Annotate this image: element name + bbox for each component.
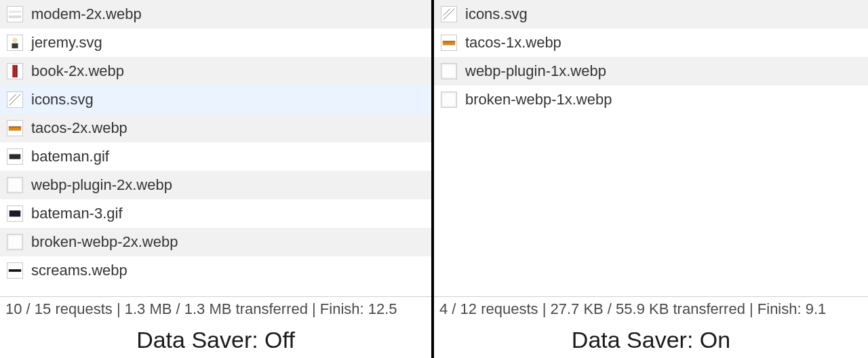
file-name: bateman.gif <box>31 148 109 165</box>
file-thumb-modem-icon <box>7 6 23 22</box>
file-row[interactable]: bateman.gif <box>0 142 431 171</box>
file-row[interactable]: bateman-3.gif <box>0 199 431 228</box>
svg-rect-10 <box>9 126 21 127</box>
svg-rect-15 <box>9 269 21 272</box>
file-thumb-blank-icon <box>441 63 457 79</box>
file-thumb-blank-icon <box>7 234 23 250</box>
svg-rect-3 <box>12 43 18 48</box>
svg-rect-11 <box>9 154 21 159</box>
svg-rect-20 <box>443 41 455 42</box>
file-row[interactable]: tacos-2x.webp <box>0 114 431 142</box>
svg-rect-14 <box>8 235 22 249</box>
file-row[interactable]: book-2x.webp <box>0 57 431 85</box>
file-name: modem-2x.webp <box>31 5 142 23</box>
file-name: screams.webp <box>31 262 127 279</box>
file-name: book-2x.webp <box>31 62 124 80</box>
file-name: tacos-1x.webp <box>465 34 561 52</box>
file-row[interactable]: jeremy.svg <box>0 28 431 57</box>
file-name: icons.svg <box>465 5 528 23</box>
file-thumb-tacos-icon <box>441 35 457 51</box>
svg-rect-13 <box>9 210 21 216</box>
svg-rect-22 <box>442 93 456 106</box>
file-row[interactable]: broken-webp-1x.webp <box>434 85 868 114</box>
svg-rect-5 <box>16 65 18 77</box>
file-row[interactable]: screams.webp <box>0 256 431 285</box>
file-thumb-tacos-icon <box>7 120 23 136</box>
file-thumb-diagonal-icon <box>7 92 23 108</box>
file-name: bateman-3.gif <box>31 205 123 222</box>
svg-rect-0 <box>9 16 21 18</box>
file-row[interactable]: broken-webp-2x.webp <box>0 228 431 256</box>
panel-caption: Data Saver: On <box>434 321 868 358</box>
status-bar: 4 / 12 requests | 27.7 KB / 55.9 KB tran… <box>434 297 868 321</box>
svg-rect-4 <box>12 65 16 77</box>
svg-rect-12 <box>8 178 22 192</box>
file-thumb-book-icon <box>7 63 23 79</box>
file-thumb-blank-icon <box>441 92 457 108</box>
file-row[interactable]: tacos-1x.webp <box>434 28 868 57</box>
panel-data-saver-on: icons.svgtacos-1x.webpwebp-plugin-1x.web… <box>434 0 868 358</box>
svg-rect-21 <box>442 64 456 78</box>
file-name: webp-plugin-2x.webp <box>31 176 172 194</box>
file-name: icons.svg <box>31 91 94 108</box>
file-thumb-dark-icon <box>7 205 23 222</box>
panel-caption: Data Saver: Off <box>0 321 431 358</box>
file-row[interactable]: webp-plugin-2x.webp <box>0 171 431 199</box>
panel-data-saver-off: modem-2x.webpjeremy.svgbook-2x.webpicons… <box>0 0 434 358</box>
network-file-list: modem-2x.webpjeremy.svgbook-2x.webpicons… <box>0 0 431 285</box>
file-row[interactable]: webp-plugin-1x.webp <box>434 57 868 85</box>
file-name: webp-plugin-1x.webp <box>465 62 606 80</box>
file-row[interactable]: icons.svg <box>0 85 431 114</box>
file-name: broken-webp-2x.webp <box>31 233 178 251</box>
comparison-container: modem-2x.webpjeremy.svgbook-2x.webpicons… <box>0 0 868 358</box>
file-name: jeremy.svg <box>31 34 102 52</box>
file-thumb-blank-icon <box>7 177 23 193</box>
file-thumb-bar-icon <box>7 262 23 279</box>
file-name: broken-webp-1x.webp <box>465 91 612 108</box>
file-name: tacos-2x.webp <box>31 119 127 137</box>
file-row[interactable]: icons.svg <box>434 0 868 28</box>
svg-point-2 <box>12 38 17 43</box>
file-thumb-dark-icon <box>7 148 23 165</box>
network-file-list: icons.svgtacos-1x.webpwebp-plugin-1x.web… <box>434 0 868 114</box>
svg-rect-1 <box>9 11 21 14</box>
file-thumb-diagonal-icon <box>441 6 457 22</box>
file-thumb-avatar-icon <box>7 35 23 51</box>
file-row[interactable]: modem-2x.webp <box>0 0 431 28</box>
status-bar: 10 / 15 requests | 1.3 MB / 1.3 MB trans… <box>0 297 431 321</box>
